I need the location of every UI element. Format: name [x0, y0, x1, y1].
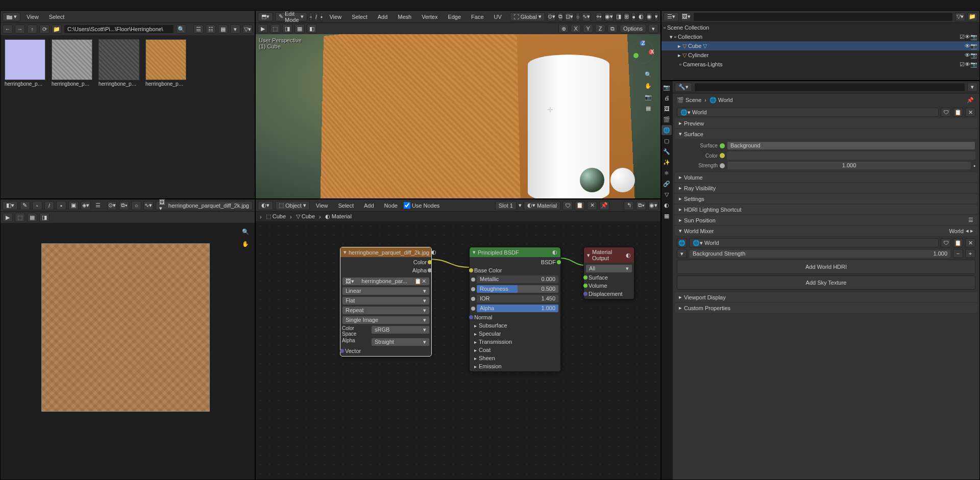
back-icon[interactable]: ←: [3, 24, 13, 34]
editor-type-uv-icon[interactable]: ◧▾: [3, 201, 18, 210]
tab-constraint-icon[interactable]: 🔗: [662, 179, 672, 189]
axis-x-button[interactable]: X: [571, 24, 581, 33]
tab-texture-icon[interactable]: ▦: [662, 211, 672, 221]
color-picker[interactable]: [727, 151, 975, 160]
sh-menu-node[interactable]: Node: [380, 201, 402, 210]
refresh-icon[interactable]: ⟳: [39, 24, 50, 34]
up-icon[interactable]: ↑: [27, 24, 37, 34]
curve-icon[interactable]: ∿▾: [582, 12, 591, 21]
principled-bsdf-node[interactable]: ▾Principled BSDF◐ BSDF Base Color Metall…: [469, 247, 561, 372]
tab-material-icon[interactable]: ◐: [662, 200, 672, 210]
uv-proportional-icon[interactable]: ○: [131, 201, 141, 210]
add-sky-texture-button[interactable]: Add Sky Texture: [677, 275, 975, 290]
axis-y-button[interactable]: Y: [583, 24, 593, 33]
use-nodes-checkbox[interactable]: Use Nodes: [404, 202, 439, 209]
bg-minus-icon[interactable]: −: [953, 249, 963, 258]
search-icon[interactable]: 🔍: [176, 24, 186, 34]
tree-cylinder[interactable]: ▸▽Cylinder👁📷: [662, 50, 979, 60]
editor-type-3d-icon[interactable]: ⬒▾: [258, 12, 273, 21]
vp-menu-select[interactable]: Select: [348, 13, 372, 21]
shading-options-icon[interactable]: ▾: [654, 12, 658, 21]
world-new-icon[interactable]: 🛡: [941, 108, 951, 117]
tab-object-icon[interactable]: ▢: [662, 136, 672, 146]
bc-material[interactable]: ◐ Material: [325, 213, 352, 220]
uv-sel-edge-icon[interactable]: /: [44, 201, 55, 210]
tab-particles-icon[interactable]: ✨: [662, 157, 672, 167]
uv-sel-face-icon[interactable]: ▪: [56, 201, 66, 210]
image-texture-node[interactable]: ▾herringbone_parquet_diff_2k.jpg◐ Color …: [340, 247, 432, 357]
mesh-automerge-icon[interactable]: ⊕: [558, 24, 569, 33]
vp-menu-mesh[interactable]: Mesh: [394, 13, 415, 21]
xray-icon[interactable]: ◨: [616, 12, 622, 21]
fb-menu-view[interactable]: View: [22, 13, 43, 21]
nav-gizmo[interactable]: XZ: [630, 39, 655, 65]
bg-strength-toggle-icon[interactable]: ▾: [677, 249, 687, 258]
panel-mixer[interactable]: ▾ World MixerWorld ◂ ▸: [675, 226, 977, 236]
outliner-tree[interactable]: ▫Scene Collection ▾▫Collection☑👁📷 ▸▽Cube…: [662, 23, 979, 80]
viewport-canvas[interactable]: User Perspective (1) Cube ✛ XZ 🔍 ✋ 📷: [256, 34, 660, 198]
uv-sel-vertex-icon[interactable]: ▫: [32, 201, 42, 210]
vp-menu-add[interactable]: Add: [374, 13, 392, 21]
outliner-mode-icon[interactable]: 🖼▾: [681, 12, 691, 21]
proportional-icon[interactable]: ○: [576, 12, 580, 21]
zoom-icon[interactable]: 🔍: [240, 227, 251, 236]
material-output-node[interactable]: ▾Material Output◐ All▾ Surface Volume Di…: [583, 247, 634, 299]
vp-menu-view[interactable]: View: [325, 13, 346, 21]
sh-menu-select[interactable]: Select: [334, 201, 358, 210]
mirror-icon[interactable]: ⧉: [607, 24, 618, 33]
snap-to-icon[interactable]: ⊡▾: [565, 12, 574, 21]
uv-pivot-icon[interactable]: ⊙▾: [107, 201, 117, 210]
world-unlink-icon[interactable]: ✕: [965, 108, 975, 117]
props-options-icon[interactable]: ▾: [967, 83, 977, 92]
panel-surface[interactable]: ▾ Surface: [675, 129, 977, 139]
shading-solid-icon[interactable]: ●: [631, 12, 636, 21]
pin-icon[interactable]: 📌: [965, 95, 975, 105]
tool-sel-box-icon[interactable]: ⬚: [270, 24, 280, 33]
options-chevron-icon[interactable]: ▾: [648, 24, 658, 33]
panel-settings[interactable]: ▸ Settings: [675, 194, 977, 204]
shading-material-icon[interactable]: ◐: [638, 12, 644, 21]
forward-icon[interactable]: →: [15, 24, 25, 34]
pivot-icon[interactable]: ⊙▾: [547, 12, 556, 21]
strength-field[interactable]: 1.000: [727, 161, 971, 170]
uv-mode-icon[interactable]: ✎: [20, 201, 30, 210]
shading-wire-icon[interactable]: ⊞: [624, 12, 629, 21]
new-folder-icon[interactable]: 📁: [52, 24, 62, 34]
display-thumb-icon[interactable]: ▦: [218, 24, 228, 34]
tab-render-icon[interactable]: 📷: [662, 82, 672, 92]
world-datablock[interactable]: 🌐▾ World: [677, 108, 939, 117]
mixer-unlink-icon[interactable]: ✕: [965, 238, 975, 247]
tool-sel2-icon[interactable]: ▦: [295, 24, 305, 33]
node-canvas[interactable]: ▾herringbone_parquet_diff_2k.jpg◐ Color …: [256, 221, 660, 479]
panel-volume[interactable]: ▸ Volume: [675, 172, 977, 182]
tab-world-icon[interactable]: 🌐: [662, 125, 672, 135]
sel-face-icon[interactable]: ▪: [320, 12, 324, 21]
path-input[interactable]: [64, 24, 174, 34]
add-world-hdri-button[interactable]: Add World HDRI: [677, 260, 975, 274]
bg-strength-field[interactable]: Background Strength1.000: [689, 249, 951, 258]
file-thumb[interactable]: herringbone_parqu...: [5, 39, 45, 87]
options-button[interactable]: Options: [620, 24, 646, 33]
tab-viewlayer-icon[interactable]: 🖼: [662, 104, 672, 114]
axis-z-button[interactable]: Z: [595, 24, 605, 33]
editor-type-file-icon[interactable]: ▾: [3, 12, 20, 21]
bc-object[interactable]: ⬚ Cube: [266, 213, 286, 220]
panel-custom[interactable]: ▸ Custom Properties: [675, 303, 977, 313]
sh-menu-view[interactable]: View: [312, 201, 332, 210]
camera-icon[interactable]: 📷: [643, 92, 653, 102]
file-thumb[interactable]: herringbone_parqu...: [52, 39, 92, 87]
pin-icon[interactable]: 📌: [599, 201, 609, 210]
editor-type-outliner-icon[interactable]: ☰▾: [664, 12, 679, 21]
uv-snap-icon[interactable]: ⧉▾: [119, 201, 129, 210]
editor-type-shader-icon[interactable]: ◐▾: [258, 201, 273, 210]
orientation-select[interactable]: ⛶ Global ▾: [510, 12, 545, 21]
sh-menu-add[interactable]: Add: [360, 201, 378, 210]
editor-type-props-icon[interactable]: 🔧▾: [675, 83, 692, 92]
tab-output-icon[interactable]: 🖨: [662, 93, 672, 103]
filter-icon[interactable]: ▽▾: [242, 24, 253, 34]
uv-sel3-icon[interactable]: ◨: [39, 213, 50, 222]
new-collection-icon[interactable]: 📁: [967, 12, 977, 21]
panel-preview[interactable]: ▸ Preview: [675, 118, 977, 128]
tree-collection[interactable]: ▾▫Collection☑👁📷: [662, 32, 979, 41]
sel-vertex-icon[interactable]: ▫: [309, 12, 313, 21]
